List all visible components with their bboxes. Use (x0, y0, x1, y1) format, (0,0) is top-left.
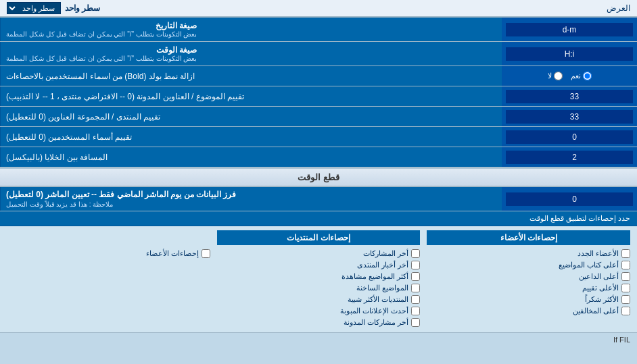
checkbox-last-news-input[interactable] (411, 261, 420, 269)
checkbox-last-posts[interactable]: أخر المشاركات (217, 248, 421, 259)
time-format-sublabel: بعض التكوينات يتطلب "/" التي يمكن ان تضا… (6, 55, 197, 62)
checkbox-top-rated-label: الأعلى تقييم (582, 284, 619, 292)
checkbox-most-similar[interactable]: المنتديات الأكثر شبية (217, 294, 421, 305)
checkbox-most-viewed[interactable]: أكثر المواضيع مشاهدة (217, 271, 421, 282)
checkbox-last-news-label: أخر أخبار المنتدى (357, 261, 408, 269)
checkbox-hot-topics-input[interactable] (411, 284, 420, 292)
usernames-input-cell (502, 127, 637, 147)
usernames-input[interactable] (506, 130, 633, 144)
checkbox-top-violations[interactable]: أعلى المخالفين (427, 305, 630, 317)
col3-title: إحصاءات الأعضاء (427, 230, 630, 245)
col3-checkboxes: إحصاءات الأعضاء الأعضاء الجدد أعلى كتاب … (427, 230, 630, 328)
checkbox-member-stats-input[interactable] (202, 249, 210, 258)
bottom-text-row: If FIL (0, 333, 637, 346)
bottom-text: If FIL (613, 336, 630, 344)
checkbox-top-topic-writers[interactable]: أعلى كتاب المواضيع (427, 259, 630, 271)
cell-spacing-label: المسافة بين الخلايا (بالبيكسل) (0, 147, 502, 167)
checkbox-last-posts-input[interactable] (411, 249, 420, 258)
col1-checkboxes: - إحصاءات الأعضاء (7, 230, 210, 328)
usernames-row: تقييم أسماء المستخدمين (0 للتعطيل) (0, 127, 637, 147)
realtime-section-header: قطع الوقت (0, 167, 637, 187)
date-format-row: صيغة التاريخ بعض التكوينات يتطلب "/" الت… (0, 18, 637, 42)
limit-label: حدد إحصاءات لتطبيق قطع الوقت (529, 214, 630, 222)
checkbox-top-rated-input[interactable] (621, 284, 630, 292)
date-format-input-cell (502, 18, 637, 41)
forum-group-label: تقييم المنتدى / المجموعة العناوين (0 للت… (0, 107, 502, 126)
realtime-label: فرز البيانات من يوم الماشر الماضي فقط --… (0, 187, 502, 211)
checkbox-last-news[interactable]: أخر أخبار المنتدى (217, 259, 421, 271)
topic-address-input[interactable] (506, 90, 633, 103)
checkbox-top-inviters-input[interactable] (621, 272, 630, 281)
bold-remove-input-cell: نعم لا (502, 66, 637, 86)
limit-label-row: حدد إحصاءات لتطبيق قطع الوقت (0, 211, 637, 226)
checkbox-last-blog-posts-input[interactable] (411, 318, 420, 327)
bold-no-label[interactable]: لا (548, 72, 563, 80)
checkbox-most-similar-label: المنتديات الأكثر شبية (348, 295, 408, 304)
checkbox-member-stats-label: إحصاءات الأعضاء (146, 249, 199, 258)
checkbox-most-thanks-label: الأكثر شكراً (585, 295, 619, 304)
topic-address-title: تقييم الموضوع / العناوين المدونة (0 -- ا… (6, 92, 244, 101)
time-format-label: صيغة الوقت بعض التكوينات يتطلب "/" التي … (0, 42, 502, 66)
checkbox-most-viewed-label: أكثر المواضيع مشاهدة (341, 272, 408, 281)
checkbox-latest-classified[interactable]: أحدث الإعلانات المبوبة (217, 305, 421, 317)
checkbox-last-blog-posts-label: أخر مشاركات المدونة (344, 318, 408, 327)
realtime-main-text: فرز البيانات من يوم الماشر الماضي فقط --… (6, 190, 236, 199)
single-line-label: سطر واحد (65, 3, 100, 13)
checkbox-most-thanks[interactable]: الأكثر شكراً (427, 294, 630, 305)
bold-remove-label: ازالة نمط بولد (Bold) من اسماء المستخدمي… (0, 66, 502, 86)
checkbox-new-members-input[interactable] (621, 249, 630, 258)
bold-yes-radio[interactable] (583, 72, 592, 80)
checkbox-most-similar-input[interactable] (411, 295, 420, 304)
checkboxes-area: إحصاءات الأعضاء الأعضاء الجدد أعلى كتاب … (0, 226, 637, 333)
usernames-title: تقييم أسماء المستخدمين (0 للتعطيل) (6, 132, 132, 142)
checkboxes-grid: إحصاءات الأعضاء الأعضاء الجدد أعلى كتاب … (7, 230, 630, 328)
top-header: العرض سطر واحد سطر واحد سطران ثلاثة أسطر (0, 0, 637, 18)
time-format-input[interactable] (506, 47, 633, 61)
forum-group-input[interactable] (506, 110, 633, 124)
top-header-left: سطر واحد سطر واحد سطران ثلاثة أسطر (7, 2, 100, 14)
checkbox-last-blog-posts[interactable]: أخر مشاركات المدونة (217, 317, 421, 328)
cell-spacing-input-cell (502, 147, 637, 167)
date-format-title: صيغة التاريخ (6, 21, 197, 30)
display-dropdown[interactable]: سطر واحد سطران ثلاثة أسطر (7, 2, 61, 14)
checkbox-most-thanks-input[interactable] (621, 295, 630, 304)
checkbox-member-stats[interactable]: إحصاءات الأعضاء (7, 248, 210, 259)
forum-group-title: تقييم المنتدى / المجموعة العناوين (0 للت… (6, 112, 160, 122)
usernames-label: تقييم أسماء المستخدمين (0 للتعطيل) (0, 127, 502, 147)
realtime-input[interactable] (506, 192, 633, 206)
realtime-row: فرز البيانات من يوم الماشر الماضي فقط --… (0, 187, 637, 211)
realtime-section-title: قطع الوقت (298, 172, 339, 182)
checkbox-hot-topics[interactable]: المواضيع الساخنة (217, 282, 421, 294)
cell-spacing-row: المسافة بين الخلايا (بالبيكسل) (0, 147, 637, 167)
cell-spacing-title: المسافة بين الخلايا (بالبيكسل) (6, 153, 108, 162)
checkbox-new-members[interactable]: الأعضاء الجدد (427, 248, 630, 259)
col2-title: إحصاءات المنتديات (217, 230, 421, 245)
bold-remove-row: نعم لا ازالة نمط بولد (Bold) من اسماء ال… (0, 66, 637, 86)
checkbox-top-violations-label: أعلى المخالفين (573, 307, 619, 315)
topic-address-row: تقييم الموضوع / العناوين المدونة (0 -- ا… (0, 86, 637, 107)
bold-yes-label[interactable]: نعم (571, 72, 592, 80)
main-container: العرض سطر واحد سطر واحد سطران ثلاثة أسطر… (0, 0, 637, 346)
checkbox-top-topic-writers-label: أعلى كتاب المواضيع (559, 261, 619, 269)
top-header-right: العرض (607, 3, 630, 13)
checkbox-most-viewed-input[interactable] (411, 272, 420, 281)
checkbox-latest-classified-input[interactable] (411, 307, 420, 315)
checkbox-top-topic-writers-input[interactable] (621, 261, 630, 269)
checkbox-latest-classified-label: أحدث الإعلانات المبوبة (340, 307, 408, 315)
cell-spacing-input[interactable] (506, 151, 633, 164)
realtime-input-cell (502, 187, 637, 211)
col2-checkboxes: إحصاءات المنتديات أخر المشاركات أخر أخبا… (217, 230, 421, 328)
topic-address-label: تقييم الموضوع / العناوين المدونة (0 -- ا… (0, 86, 502, 106)
checkbox-top-rated[interactable]: الأعلى تقييم (427, 282, 630, 294)
date-format-label: صيغة التاريخ بعض التكوينات يتطلب "/" الت… (0, 18, 502, 41)
checkbox-top-inviters[interactable]: أعلى الداعين (427, 271, 630, 282)
checkbox-top-violations-input[interactable] (621, 307, 630, 315)
forum-group-row: تقييم المنتدى / المجموعة العناوين (0 للت… (0, 107, 637, 127)
checkbox-new-members-label: الأعضاء الجدد (577, 249, 619, 258)
time-format-title: صيغة الوقت (6, 45, 197, 55)
time-format-row: صيغة الوقت بعض التكوينات يتطلب "/" التي … (0, 42, 637, 66)
bold-no-radio[interactable] (554, 72, 563, 80)
date-format-input[interactable] (506, 23, 633, 36)
forum-group-input-cell (502, 107, 637, 126)
realtime-sub-text: ملاحظة : هذا قد يزيد قبلاً وقت التحميل (6, 201, 113, 208)
